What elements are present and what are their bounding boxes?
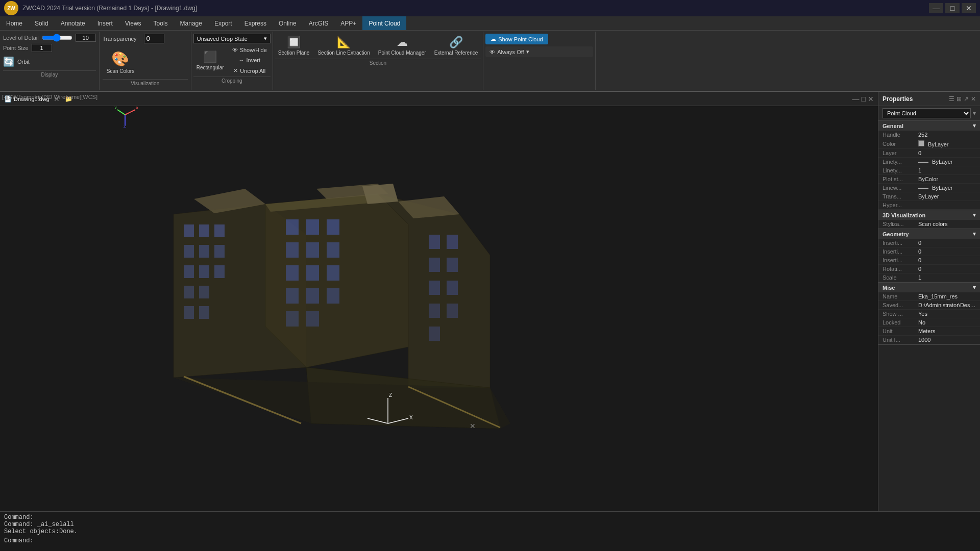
crop-state-dropdown[interactable]: Unsaved Crop State ▾ <box>193 34 271 43</box>
invert-icon: ↔ <box>238 57 244 63</box>
level-of-detail-slider[interactable] <box>42 34 72 42</box>
unit-value: Meters <box>918 328 976 334</box>
menu-views[interactable]: Views <box>119 16 148 30</box>
external-reference-button[interactable]: 🔗 External Reference <box>431 34 481 58</box>
plotstyle-key: Plot st... <box>883 176 918 182</box>
svg-rect-41 <box>306 219 319 235</box>
svg-rect-18 <box>214 265 225 278</box>
show-hide-label: Show/Hide <box>240 47 267 53</box>
uncrop-all-button[interactable]: ✕ Uncrop All <box>229 66 270 76</box>
linetype1-value: ByLayer <box>918 159 976 165</box>
menu-solid[interactable]: Solid <box>29 16 55 30</box>
svg-rect-19 <box>184 286 194 298</box>
lineweight-swatch <box>918 188 928 189</box>
menu-home[interactable]: Home <box>0 16 29 30</box>
linetype1-key: Linety... <box>883 159 918 165</box>
section-plane-button[interactable]: 🔲 Section Plane <box>275 34 313 58</box>
prop-locked: Locked No <box>878 318 980 327</box>
section-plane-label: Section Plane <box>278 50 310 56</box>
stylize-value: Scan colors <box>918 221 976 227</box>
svg-rect-44 <box>306 242 319 258</box>
svg-rect-29 <box>447 258 458 272</box>
always-off-button[interactable]: 👁 Always Off ▾ <box>485 46 593 57</box>
svg-text:X: X <box>136 106 138 110</box>
transparency-input[interactable] <box>144 34 164 43</box>
prop-close-button[interactable]: ✕ <box>971 95 976 103</box>
insert3-key: Inserti... <box>883 257 918 263</box>
prop-saved: Saved... D:\Administrator\Desktop\Ek... <box>878 301 980 310</box>
general-header[interactable]: General ▾ <box>878 121 980 131</box>
command-input[interactable] <box>34 537 976 544</box>
collapse-icon: ▾ <box>973 284 976 291</box>
svg-rect-49 <box>286 288 299 304</box>
unit-key: Unit <box>883 328 918 334</box>
name-value: Eka_15mm_res <box>918 293 976 299</box>
titlebar: ZW ZWCAD 2024 Trial version (Remained 1 … <box>0 0 980 16</box>
object-type-select[interactable]: Point Cloud <box>883 108 971 118</box>
svg-text:Y: Y <box>114 106 117 110</box>
scan-colors-button[interactable]: 🎨 Scan Colors <box>103 48 138 76</box>
menu-express[interactable]: Express <box>238 16 273 30</box>
viz3d-header[interactable]: 3D Visualization ▾ <box>878 210 980 220</box>
name-key: Name <box>883 293 918 299</box>
locked-key: Locked <box>883 319 918 325</box>
collapse-icon: ▾ <box>973 231 976 237</box>
section-plane-icon: 🔲 <box>287 36 301 49</box>
plotstyle-value: ByColor <box>918 176 976 182</box>
point-cloud-manager-button[interactable]: ☁ Point Cloud Manager <box>375 34 429 58</box>
insert2-value: 0 <box>918 248 976 255</box>
svg-rect-12 <box>214 224 225 237</box>
show-hide-button[interactable]: 👁 Show/Hide <box>229 45 270 55</box>
svg-rect-14 <box>199 245 209 258</box>
rectangular-icon: ⬛ <box>203 51 217 64</box>
svg-marker-54 <box>362 184 398 204</box>
maximize-button[interactable]: □ <box>945 3 960 13</box>
svg-rect-43 <box>286 242 299 258</box>
menu-point-cloud[interactable]: Point Cloud <box>362 16 406 30</box>
rotation-value: 0 <box>918 266 976 272</box>
prop-handle: Handle 252 <box>878 131 980 139</box>
menu-insert[interactable]: Insert <box>91 16 119 30</box>
trans-value: ByLayer <box>918 193 976 199</box>
ext-ref-label: External Reference <box>434 50 478 56</box>
viewport-minimize-button[interactable]: — <box>852 95 860 103</box>
drawing-area[interactable]: 📄 Drawing1.dwg ✕ 📁 — □ ✕ [-][SW Isometri… <box>0 92 878 511</box>
menu-arcgis[interactable]: ArcGIS <box>303 16 335 30</box>
viewport-label: [-][SW Isometric][3D Wireframe][WCS] <box>2 94 97 100</box>
always-off-label: Always Off <box>497 49 524 55</box>
insert1-value: 0 <box>918 240 976 246</box>
misc-header[interactable]: Misc ▾ <box>878 283 980 292</box>
show-point-cloud-button[interactable]: ☁ Show Point Cloud <box>485 34 548 44</box>
invert-button[interactable]: ↔ Invert <box>229 56 270 65</box>
svg-rect-13 <box>184 245 194 258</box>
geometry-header[interactable]: Geometry ▾ <box>878 229 980 239</box>
rectangular-label: Rectangular <box>197 65 224 70</box>
cmd-line-1: Command: <box>4 514 976 521</box>
always-off-icon: 👁 <box>489 49 495 55</box>
svg-rect-10 <box>184 224 194 237</box>
close-button[interactable]: ✕ <box>962 3 976 13</box>
svg-text:Z: Z <box>389 392 392 398</box>
viewport-close-button[interactable]: ✕ <box>868 95 874 103</box>
menu-online[interactable]: Online <box>273 16 303 30</box>
menu-export[interactable]: Export <box>208 16 238 30</box>
rectangular-button[interactable]: ⬛ Rectangular <box>193 45 227 76</box>
menu-manage[interactable]: Manage <box>174 16 208 30</box>
prop-color: Color ByLayer <box>878 139 980 149</box>
minimize-button[interactable]: — <box>929 3 943 13</box>
prop-select-icon[interactable]: ↗ <box>964 95 969 103</box>
prop-grid-icon[interactable]: ⊞ <box>957 95 962 103</box>
menu-annotate[interactable]: Annotate <box>55 16 91 30</box>
svg-rect-34 <box>429 327 440 341</box>
point-size-value: 1 <box>32 44 52 52</box>
prop-list-icon[interactable]: ☰ <box>949 95 954 103</box>
unitf-value: 1000 <box>918 337 976 343</box>
menu-tools[interactable]: Tools <box>148 16 174 30</box>
section-line-label: Section Line Extraction <box>317 50 370 56</box>
section-line-button[interactable]: 📐 Section Line Extraction <box>314 34 373 58</box>
viewport-restore-button[interactable]: □ <box>862 95 866 103</box>
menu-app[interactable]: APP+ <box>334 16 362 30</box>
prop-insert2: Inserti... 0 <box>878 247 980 256</box>
color-value: ByLayer <box>918 140 976 147</box>
svg-text:✕: ✕ <box>470 422 476 430</box>
